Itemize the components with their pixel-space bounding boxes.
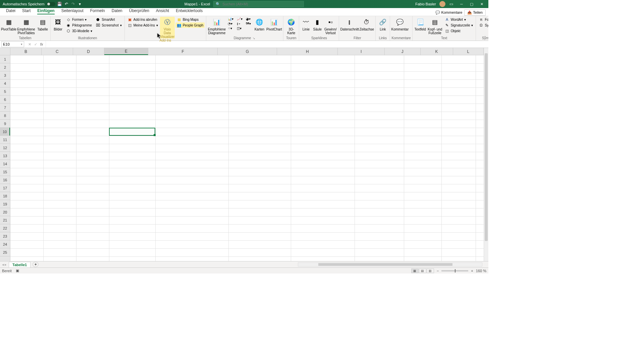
search-input[interactable] bbox=[222, 2, 302, 6]
row-header[interactable]: 22 bbox=[0, 224, 10, 232]
collapse-ribbon-button[interactable]: ⌃ bbox=[484, 36, 486, 39]
row-header[interactable]: 9 bbox=[0, 120, 10, 128]
zoom-slider[interactable] bbox=[441, 270, 468, 272]
row-header[interactable]: 16 bbox=[0, 176, 10, 184]
row-header[interactable]: 8 bbox=[0, 112, 10, 120]
my-addins-button[interactable]: ◫ Meine Add-Ins ▾ bbox=[126, 22, 159, 28]
row-header[interactable]: 5 bbox=[0, 87, 10, 96]
comments-button[interactable]: 💬 Kommentare bbox=[435, 10, 462, 15]
row-header[interactable]: 19 bbox=[0, 200, 10, 208]
row-header[interactable]: 25 bbox=[0, 248, 10, 256]
combo-chart-button[interactable]: ◫▾ bbox=[235, 26, 244, 31]
formula-input[interactable] bbox=[46, 41, 488, 48]
tab-überprüfen[interactable]: Überprüfen bbox=[126, 7, 153, 16]
row-header[interactable]: 4 bbox=[0, 79, 10, 87]
dialog-launcher-icon[interactable]: ↘ bbox=[252, 37, 256, 40]
statistic-chart-button[interactable]: ⫿▾ bbox=[235, 21, 244, 26]
slicer-button[interactable]: ⫿ Datenschnitt bbox=[340, 17, 359, 31]
close-button[interactable]: ✕ bbox=[477, 1, 486, 7]
sheet-tab-active[interactable]: Tabelle1 bbox=[9, 262, 31, 267]
column-header[interactable]: G bbox=[218, 48, 277, 55]
recommended-pivot-button[interactable]: ▦ Empfohlene PivotTables bbox=[17, 17, 36, 35]
qat-customize-icon[interactable]: ▾ bbox=[77, 2, 82, 6]
row-header[interactable]: 17 bbox=[0, 184, 10, 192]
row-header[interactable]: 20 bbox=[0, 208, 10, 216]
recommended-charts-button[interactable]: 📊 Empfohlene Diagramme bbox=[208, 17, 226, 35]
tab-einfügen[interactable]: Einfügen bbox=[34, 7, 58, 16]
row-header[interactable]: 13 bbox=[0, 152, 10, 160]
row-header[interactable]: 1 bbox=[0, 55, 10, 63]
sparkline-column-button[interactable]: ▮ Säule bbox=[312, 17, 323, 31]
equation-button[interactable]: π Formel ▾ bbox=[477, 17, 488, 22]
share-button[interactable]: 📤 Teilen bbox=[464, 9, 486, 16]
save-icon[interactable]: 💾 bbox=[57, 2, 62, 6]
people-graph-button[interactable]: 👥 People Graph bbox=[175, 22, 205, 28]
user-avatar[interactable] bbox=[439, 1, 445, 7]
signature-button[interactable]: ✎ Signaturzeile ▾ bbox=[443, 22, 475, 28]
row-header[interactable]: 7 bbox=[0, 104, 10, 112]
timeline-button[interactable]: ⏱ Zeitachse bbox=[359, 17, 374, 31]
textbox-button[interactable]: 📃 Textfeld bbox=[414, 17, 427, 31]
pagelayout-view-button[interactable]: ▤ bbox=[419, 268, 426, 273]
ribbon-display-icon[interactable]: ▭ bbox=[449, 2, 453, 6]
row-header[interactable]: 23 bbox=[0, 232, 10, 240]
column-header[interactable]: B bbox=[10, 48, 42, 55]
scrollbar-thumb[interactable] bbox=[485, 53, 488, 241]
column-header[interactable]: L bbox=[453, 48, 484, 55]
column-header[interactable]: J bbox=[385, 48, 421, 55]
cancel-formula-button[interactable]: ✕ bbox=[27, 42, 32, 47]
zoom-in-button[interactable]: + bbox=[471, 269, 473, 273]
new-sheet-button[interactable]: + bbox=[33, 262, 39, 267]
tab-formeln[interactable]: Formeln bbox=[87, 7, 108, 16]
column-chart-button[interactable]: 📊▾ bbox=[226, 17, 235, 21]
row-header[interactable]: 3 bbox=[0, 71, 10, 79]
tab-seitenlayout[interactable]: Seitenlayout bbox=[58, 7, 87, 16]
tab-daten[interactable]: Daten bbox=[108, 7, 126, 16]
row-header[interactable]: 6 bbox=[0, 96, 10, 104]
table-button[interactable]: ▤ Tabelle bbox=[36, 17, 49, 31]
screenshot-button[interactable]: ⌧ Screenshot ▾ bbox=[94, 22, 123, 28]
redo-icon[interactable]: ↷ bbox=[71, 2, 75, 6]
horizontal-scrollbar[interactable] bbox=[298, 262, 482, 266]
line-chart-button[interactable]: 📈▾ bbox=[235, 17, 244, 21]
wordart-button[interactable]: A WordArt ▾ bbox=[443, 17, 475, 22]
link-button[interactable]: 🔗 Link bbox=[377, 17, 388, 31]
minimize-button[interactable]: ─ bbox=[457, 1, 466, 7]
bing-maps-button[interactable]: ▦ Bing Maps bbox=[175, 17, 205, 22]
hierarchy-chart-button[interactable]: ◔▾ bbox=[226, 21, 235, 26]
tab-start[interactable]: Start bbox=[19, 7, 34, 16]
row-header[interactable]: 12 bbox=[0, 144, 10, 152]
tab-datei[interactable]: Datei bbox=[3, 7, 19, 16]
maps-button[interactable]: 🌐 Karten bbox=[253, 17, 266, 31]
column-header[interactable]: C bbox=[42, 48, 73, 55]
3dmodels-button[interactable]: ⬡ 3D-Modelle ▾ bbox=[65, 28, 94, 34]
column-header[interactable]: K bbox=[421, 48, 453, 55]
autosave-toggle[interactable]: Automatisches Speichern bbox=[3, 2, 55, 6]
sheet-nav-prev-icon[interactable]: ◂ bbox=[2, 262, 4, 267]
object-button[interactable]: ◫ Objekt bbox=[443, 28, 475, 34]
row-header[interactable]: 21 bbox=[0, 216, 10, 224]
search-box[interactable]: 🔍 bbox=[213, 1, 304, 7]
3dmap-button[interactable]: 🌍 3D- Karte bbox=[285, 17, 298, 35]
get-addins-button[interactable]: ▣ Add-Ins abrufen bbox=[126, 17, 159, 22]
row-header[interactable]: 18 bbox=[0, 192, 10, 200]
row-header[interactable]: 2 bbox=[0, 63, 10, 71]
pivotchart-button[interactable]: 📊 PivotChart bbox=[266, 17, 282, 31]
pictures-button[interactable]: 🖼 Bilder bbox=[52, 17, 64, 31]
shapes-button[interactable]: ◇ Formen ▾ bbox=[65, 17, 94, 22]
sheet-nav-next-icon[interactable]: ▸ bbox=[5, 262, 7, 267]
symbol-button[interactable]: Ω Symbol bbox=[477, 22, 488, 28]
pie-chart-button[interactable]: ◕▾ bbox=[245, 17, 252, 21]
visio-visualizer-button[interactable]: Ⓥ Visio Data Visualizer bbox=[160, 17, 175, 39]
zoom-out-button[interactable]: − bbox=[437, 269, 439, 273]
row-header[interactable]: 10 bbox=[0, 128, 10, 136]
enter-formula-button[interactable]: ✓ bbox=[33, 42, 38, 47]
record-macro-icon[interactable]: ▣ bbox=[16, 268, 19, 273]
column-header[interactable]: H bbox=[277, 48, 338, 55]
tab-entwicklertools[interactable]: Entwicklertools bbox=[172, 7, 206, 16]
row-header[interactable]: 15 bbox=[0, 168, 10, 176]
sparkline-winloss-button[interactable]: ▪▫ Gewinn/ Verlust bbox=[323, 17, 337, 35]
scatter-chart-button[interactable]: ⁘▾ bbox=[226, 26, 235, 31]
cells-area[interactable] bbox=[10, 55, 484, 261]
maximize-button[interactable]: ▢ bbox=[467, 1, 476, 7]
